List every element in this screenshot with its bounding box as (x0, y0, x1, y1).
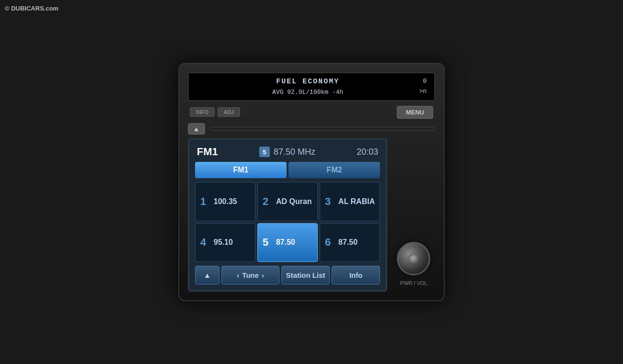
cd-slot-row: ▲ (188, 123, 435, 135)
display-right-info: 0 >n (419, 77, 427, 97)
preset-name-2: AD Quran (276, 197, 312, 206)
fm-mode-label: FM1 (197, 146, 218, 158)
station-preset-6[interactable]: 6 87.50 (320, 223, 380, 262)
pwr-vol-knob[interactable] (397, 242, 430, 275)
preset-number-2: 2 (263, 195, 272, 208)
station-preset-3[interactable]: 3 AL RABIA (320, 182, 380, 221)
clock-display: 20:03 (357, 147, 378, 157)
frequency-display: 5 87.50 MHz (259, 147, 315, 157)
station-preset-5[interactable]: 5 87.50 (257, 223, 318, 262)
station-preset-1[interactable]: 1 100.35 (195, 182, 255, 221)
preset-number-4: 4 (200, 236, 210, 249)
preset-number-1: 1 (200, 195, 210, 208)
tune-right-arrow: › (262, 271, 264, 279)
info-screen-button[interactable]: Info (332, 266, 380, 284)
preset-name-4: 95.10 (214, 238, 233, 247)
fuel-economy-value: AVG 92.9L/100km -4h (272, 88, 343, 98)
pwr-vol-label: PWR / VOL (400, 280, 427, 286)
display-right-top: 0 (419, 77, 427, 87)
watermark: © DUBICARS.com (5, 5, 58, 12)
display-header: FM1 5 87.50 MHz 20:03 (195, 146, 380, 158)
instrument-display: FUEL ECONOMY AVG 92.9L/100km -4h 0 >n (188, 72, 435, 101)
fuel-economy-title: FUEL ECONOMY (272, 76, 343, 88)
controls-row: INFO ADJ MENU (188, 105, 435, 119)
station-preset-2[interactable]: 2 AD Quran (257, 182, 318, 221)
preset-name-3: AL RABIA (338, 197, 375, 206)
controls-left: INFO ADJ (190, 107, 240, 117)
adj-button[interactable]: ADJ (218, 107, 240, 117)
preset-number-3: 3 (325, 195, 335, 208)
preset-number-6: 6 (325, 236, 335, 249)
fuel-economy-display: FUEL ECONOMY AVG 92.9L/100km -4h (272, 76, 343, 98)
triangle-button[interactable]: ▲ (195, 266, 220, 284)
frequency-value: 87.50 MHz (274, 147, 315, 157)
band-tabs: FM1 FM2 (195, 162, 380, 178)
eject-button[interactable]: ▲ (188, 123, 205, 135)
preset-number-5: 5 (263, 236, 272, 249)
cd-slot (210, 127, 435, 131)
menu-button[interactable]: MENU (397, 106, 433, 119)
preset-name-5: 87.50 (276, 238, 295, 247)
main-display: FM1 5 87.50 MHz 20:03 FM1 FM2 1 1 (188, 138, 387, 292)
tune-button[interactable]: ‹ Tune › (221, 266, 279, 284)
preset-name-6: 87.50 (338, 238, 358, 247)
preset-name-1: 100.35 (214, 197, 237, 206)
info-button[interactable]: INFO (190, 107, 215, 117)
station-preset-4[interactable]: 4 95.10 (195, 223, 255, 262)
station-list-button[interactable]: Station List (281, 266, 330, 284)
knob-area: PWR / VOL (392, 242, 435, 292)
preset-badge: 5 (259, 147, 270, 157)
tab-fm2[interactable]: FM2 (288, 162, 380, 178)
knob-inner (409, 254, 418, 263)
bottom-buttons: ▲ ‹ Tune › Station List Info (195, 266, 380, 284)
tune-label: Tune (242, 271, 259, 279)
stereo-main: FUEL ECONOMY AVG 92.9L/100km -4h 0 >n IN… (188, 72, 435, 292)
station-grid: 1 100.35 2 AD Quran 3 AL RABIA 4 95.10 (195, 182, 380, 262)
tune-left-arrow: ‹ (237, 271, 239, 279)
tab-fm1[interactable]: FM1 (195, 162, 287, 178)
display-right-bottom: >n (419, 87, 427, 97)
stereo-unit: FUEL ECONOMY AVG 92.9L/100km -4h 0 >n IN… (178, 63, 445, 301)
